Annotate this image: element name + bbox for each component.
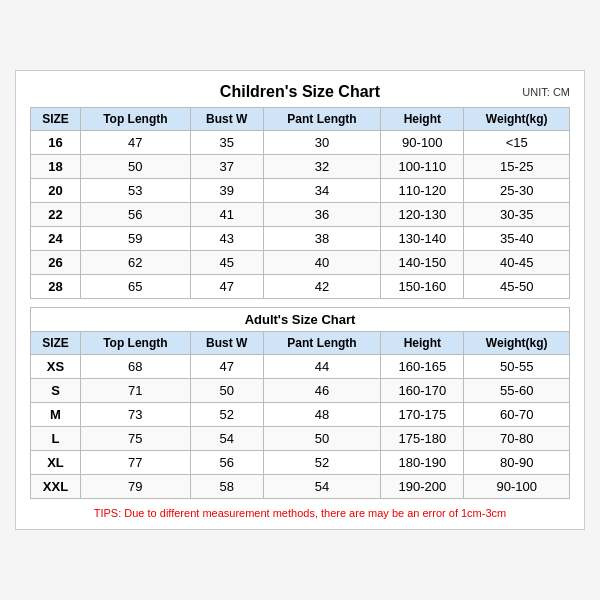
table-cell: 50	[190, 379, 263, 403]
table-row: S715046160-17055-60	[31, 379, 570, 403]
table-cell: 26	[31, 251, 81, 275]
table-cell: 36	[263, 203, 380, 227]
table-cell: 48	[263, 403, 380, 427]
table-row: L755450175-18070-80	[31, 427, 570, 451]
adults-col-bust-w: Bust W	[190, 332, 263, 355]
table-cell: 22	[31, 203, 81, 227]
table-cell: 40	[263, 251, 380, 275]
table-cell: 68	[81, 355, 191, 379]
children-col-height: Height	[381, 108, 464, 131]
table-row: 1647353090-100<15	[31, 131, 570, 155]
table-cell: 79	[81, 475, 191, 499]
table-cell: 52	[263, 451, 380, 475]
tips-text: TIPS: Due to different measurement metho…	[30, 507, 570, 519]
table-cell: 39	[190, 179, 263, 203]
table-cell: 28	[31, 275, 81, 299]
table-cell: 54	[263, 475, 380, 499]
table-row: XS684744160-16550-55	[31, 355, 570, 379]
main-title: Children's Size Chart	[220, 83, 380, 101]
table-cell: 50-55	[464, 355, 570, 379]
adults-header-row: SIZE Top Length Bust W Pant Length Heigh…	[31, 332, 570, 355]
table-cell: 46	[263, 379, 380, 403]
table-cell: 56	[190, 451, 263, 475]
table-cell: XL	[31, 451, 81, 475]
table-cell: XXL	[31, 475, 81, 499]
children-header-row: SIZE Top Length Bust W Pant Length Heigh…	[31, 108, 570, 131]
table-cell: 75	[81, 427, 191, 451]
table-cell: 110-120	[381, 179, 464, 203]
table-cell: 47	[190, 275, 263, 299]
adults-table: Adult's Size Chart SIZE Top Length Bust …	[30, 307, 570, 499]
table-cell: 150-160	[381, 275, 464, 299]
table-cell: 42	[263, 275, 380, 299]
table-cell: 180-190	[381, 451, 464, 475]
table-cell: 175-180	[381, 427, 464, 451]
children-col-top-length: Top Length	[81, 108, 191, 131]
table-cell: 41	[190, 203, 263, 227]
table-cell: M	[31, 403, 81, 427]
table-row: M735248170-17560-70	[31, 403, 570, 427]
table-cell: 62	[81, 251, 191, 275]
table-cell: 54	[190, 427, 263, 451]
children-col-weight: Weight(kg)	[464, 108, 570, 131]
adults-col-weight: Weight(kg)	[464, 332, 570, 355]
table-cell: 25-30	[464, 179, 570, 203]
table-cell: 120-130	[381, 203, 464, 227]
adults-title-cell: Adult's Size Chart	[31, 308, 570, 332]
table-row: XXL795854190-20090-100	[31, 475, 570, 499]
children-col-size: SIZE	[31, 108, 81, 131]
table-cell: 35	[190, 131, 263, 155]
table-cell: 190-200	[381, 475, 464, 499]
table-cell: 32	[263, 155, 380, 179]
table-cell: 71	[81, 379, 191, 403]
table-cell: 44	[263, 355, 380, 379]
table-cell: 38	[263, 227, 380, 251]
chart-container: Children's Size Chart UNIT: CM SIZE Top …	[15, 70, 585, 530]
table-cell: 73	[81, 403, 191, 427]
table-cell: 65	[81, 275, 191, 299]
adults-col-top-length: Top Length	[81, 332, 191, 355]
table-cell: 45	[190, 251, 263, 275]
table-cell: 30	[263, 131, 380, 155]
table-cell: 130-140	[381, 227, 464, 251]
table-row: 24594338130-14035-40	[31, 227, 570, 251]
table-cell: 30-35	[464, 203, 570, 227]
table-cell: 59	[81, 227, 191, 251]
table-cell: 160-170	[381, 379, 464, 403]
table-cell: 15-25	[464, 155, 570, 179]
table-cell: 55-60	[464, 379, 570, 403]
table-cell: 170-175	[381, 403, 464, 427]
table-cell: 50	[81, 155, 191, 179]
children-col-bust-w: Bust W	[190, 108, 263, 131]
table-cell: 100-110	[381, 155, 464, 179]
adults-title-row: Adult's Size Chart	[31, 308, 570, 332]
table-cell: L	[31, 427, 81, 451]
table-cell: 35-40	[464, 227, 570, 251]
table-cell: 45-50	[464, 275, 570, 299]
table-cell: 47	[190, 355, 263, 379]
adults-col-height: Height	[381, 332, 464, 355]
children-table: SIZE Top Length Bust W Pant Length Heigh…	[30, 107, 570, 299]
table-cell: 43	[190, 227, 263, 251]
table-cell: 58	[190, 475, 263, 499]
table-row: 20533934110-12025-30	[31, 179, 570, 203]
table-cell: 50	[263, 427, 380, 451]
table-cell: 140-150	[381, 251, 464, 275]
table-cell: 80-90	[464, 451, 570, 475]
unit-label: UNIT: CM	[522, 86, 570, 98]
table-cell: 16	[31, 131, 81, 155]
title-row: Children's Size Chart UNIT: CM	[30, 83, 570, 101]
table-cell: 24	[31, 227, 81, 251]
table-cell: 18	[31, 155, 81, 179]
table-cell: 47	[81, 131, 191, 155]
table-cell: S	[31, 379, 81, 403]
children-col-pant-length: Pant Length	[263, 108, 380, 131]
table-row: 18503732100-11015-25	[31, 155, 570, 179]
table-cell: 40-45	[464, 251, 570, 275]
table-row: XL775652180-19080-90	[31, 451, 570, 475]
table-row: 28654742150-16045-50	[31, 275, 570, 299]
table-cell: <15	[464, 131, 570, 155]
table-row: 22564136120-13030-35	[31, 203, 570, 227]
table-cell: 90-100	[381, 131, 464, 155]
table-cell: 56	[81, 203, 191, 227]
